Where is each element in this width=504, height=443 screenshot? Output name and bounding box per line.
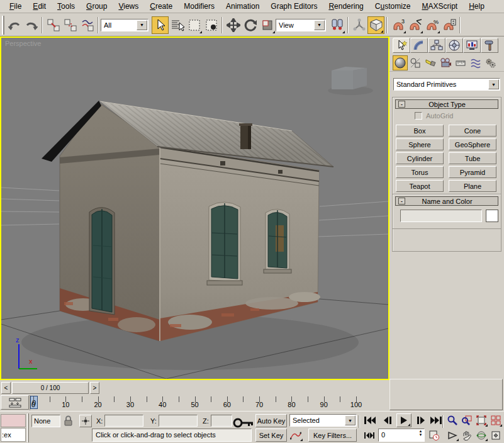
time-slider-next-button[interactable]: > [90,382,99,394]
spinner-snap-toggle-button[interactable] [440,16,457,34]
perspective-viewport[interactable]: z x Perspective [0,36,389,380]
frame-spinner[interactable]: ▲ ▼ [417,429,424,441]
combo-arrow-icon[interactable]: ▼ [137,20,147,30]
objtype-torus[interactable]: Torus [396,166,444,178]
field-of-view-button[interactable] [445,429,459,442]
zoom-extents-button[interactable] [474,413,488,427]
go-to-end-button[interactable] [428,413,444,427]
trackbar-ruler[interactable]: 0 0102030405060708090100 [30,395,368,410]
time-slider-button[interactable]: 0 / 100 [12,382,89,394]
menu-rendering[interactable]: Rendering [323,0,369,13]
viewport-label[interactable]: Perspective [5,40,41,47]
menu-animation[interactable]: Animation [220,0,265,13]
category-systems[interactable] [483,55,498,70]
window-crossing-toggle-button[interactable] [203,16,220,34]
tab-utilities[interactable] [481,38,498,53]
category-geometry[interactable] [393,55,408,70]
objtype-cylinder[interactable]: Cylinder [396,152,444,164]
select-object-button[interactable] [152,16,169,34]
key-mode-combo[interactable]: Selected ▼ [289,414,357,427]
arc-rotate-button[interactable] [474,429,488,442]
set-key-button[interactable]: Set Key [255,429,287,442]
category-helpers[interactable] [453,55,468,70]
zoom-extents-all-button[interactable] [488,413,503,427]
next-frame-button[interactable] [413,413,428,427]
objtype-cone[interactable]: Cone [449,125,496,137]
coordinate-system-combo[interactable]: View ▼ [276,19,326,31]
select-and-rotate-button[interactable] [242,16,259,34]
zoom-all-button[interactable] [459,413,474,427]
select-and-link-button[interactable] [45,16,62,34]
combo-arrow-icon[interactable]: ▼ [488,79,499,89]
house-model[interactable] [21,101,359,370]
category-space-warps[interactable] [468,55,483,70]
selection-filter-combo[interactable]: All ▼ [101,19,148,31]
set-keys-button[interactable] [233,417,254,432]
use-pivot-point-center-button[interactable] [328,16,345,34]
selection-lock-toggle[interactable] [64,415,73,427]
objtype-tube[interactable]: Tube [449,152,496,164]
go-to-start-button[interactable] [362,413,378,427]
listener-splitter[interactable] [27,413,29,442]
autogrid-checkbox[interactable] [415,112,422,120]
redo-button[interactable] [23,16,40,34]
play-button[interactable] [396,413,412,427]
object-type-header[interactable]: - Object Type [395,99,498,109]
z-coordinate-field[interactable] [211,415,232,427]
combo-arrow-icon[interactable]: ▼ [345,415,356,425]
category-lights[interactable] [423,55,438,70]
collapse-icon[interactable]: - [398,101,405,108]
percent-snap-toggle-button[interactable]: % [423,16,440,34]
undo-button[interactable] [6,16,23,34]
menu-tools[interactable]: Tools [52,0,81,13]
objtype-plane[interactable]: Plane [449,180,496,192]
maxscript-listener-input[interactable]: :ex [1,428,26,442]
pan-button[interactable] [459,429,474,442]
menu-edit[interactable]: Edit [27,0,52,13]
time-slider-prev-button[interactable]: < [1,382,11,394]
previous-frame-button[interactable] [379,413,395,427]
tab-hierarchy[interactable] [428,38,445,53]
rectangular-selection-region-button[interactable] [186,16,203,34]
key-filters-button[interactable]: Key Filters... [308,429,357,442]
name-color-header[interactable]: - Name and Color [395,196,498,206]
snaps-toggle-button[interactable] [367,16,384,34]
angle-snap-toggle-button[interactable] [406,16,423,34]
menu-views[interactable]: Views [113,0,144,13]
maximize-viewport-toggle-button[interactable] [488,429,503,442]
select-and-move-button[interactable] [225,16,242,34]
auto-key-button[interactable]: Auto Key [255,414,287,427]
zoom-button[interactable] [445,413,459,427]
menu-maxscript[interactable]: MAXScript [417,0,464,13]
tab-motion[interactable] [445,38,463,53]
maxscript-listener-macro[interactable] [1,414,26,427]
key-mode-toggle-button[interactable] [362,429,376,442]
menu-modifiers[interactable]: Modifiers [178,0,220,13]
menu-group[interactable]: Group [81,0,113,13]
bind-to-space-warp-button[interactable] [79,16,96,34]
menu-file[interactable]: File [4,0,27,13]
select-and-scale-button[interactable] [259,16,276,34]
objtype-box[interactable]: Box [396,125,444,137]
default-tangent-button[interactable] [288,429,303,442]
time-configuration-button[interactable] [427,429,441,442]
category-cameras[interactable] [438,55,453,70]
menu-graph-editors[interactable]: Graph Editors [265,0,323,13]
select-by-name-button[interactable] [169,16,186,34]
objtype-pyramid[interactable]: Pyramid [449,166,496,178]
unlink-selection-button[interactable] [62,16,79,34]
tab-create[interactable] [393,38,410,53]
menu-customize[interactable]: Customize [369,0,417,13]
objtype-geosphere[interactable]: GeoSphere [449,138,496,150]
menu-create[interactable]: Create [144,0,178,13]
object-color-swatch[interactable] [486,210,498,222]
tab-modify[interactable] [410,38,428,53]
toolbar-handle[interactable] [2,16,4,35]
category-shapes[interactable] [408,55,423,70]
menu-help[interactable]: Help [463,0,490,13]
object-name-input[interactable] [400,210,482,222]
spinner-down-icon[interactable]: ▼ [417,433,424,437]
collapse-icon[interactable]: - [398,198,405,205]
tab-display[interactable] [463,38,481,53]
primitives-dropdown[interactable]: Standard Primitives ▼ [393,78,500,91]
